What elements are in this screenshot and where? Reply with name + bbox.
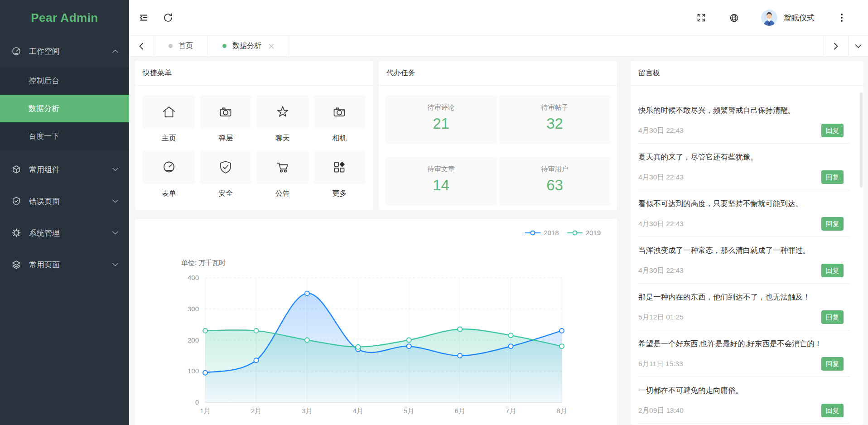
stat-label: 待审用户 bbox=[499, 165, 611, 174]
svg-text:5月: 5月 bbox=[404, 407, 414, 415]
home-icon bbox=[161, 104, 177, 120]
stat-label: 待审文章 bbox=[385, 165, 497, 174]
message-item: 一切都在不可避免的走向庸俗。 2月09日 13:40 回复 bbox=[638, 377, 850, 424]
tabs-dropdown[interactable] bbox=[848, 36, 868, 56]
tab-data-analysis[interactable]: 数据分析 bbox=[208, 36, 289, 56]
sidebar-item-components[interactable]: 常用组件 bbox=[0, 154, 129, 185]
shield-check-icon bbox=[218, 159, 233, 175]
tabbar: 首页 数据分析 bbox=[129, 35, 868, 57]
sidebar-item-control-backend[interactable]: 控制后台 bbox=[0, 67, 129, 95]
quick-item-form[interactable]: 表单 bbox=[143, 150, 195, 198]
quick-item-security[interactable]: 安全 bbox=[200, 150, 252, 198]
message-date: 4月30日 22:43 bbox=[638, 219, 684, 229]
message-text: 希望是一个好东西,也许是最好的,好东西是不会消亡的！ bbox=[638, 338, 844, 348]
sidebar-item-baidu[interactable]: 百度一下 bbox=[0, 122, 129, 150]
sidebar-item-error-pages[interactable]: 错误页面 bbox=[0, 185, 129, 217]
message-item: 快乐的时候不敢尽兴，频繁警戒自己保持清醒。 4月30日 22:43 回复 bbox=[638, 97, 850, 144]
todo-grid: 待审评论 21 待审帖子 32 待审文章 14 待审用户 bbox=[379, 86, 617, 206]
reply-button[interactable]: 回复 bbox=[821, 170, 844, 184]
quick-item-notice[interactable]: 公告 bbox=[256, 150, 309, 198]
sidebar-submenu-workspace: 控制后台 数据分析 百度一下 bbox=[0, 67, 129, 150]
quick-item-label: 更多 bbox=[313, 189, 366, 198]
refresh-icon[interactable] bbox=[163, 12, 174, 23]
svg-text:7月: 7月 bbox=[506, 407, 516, 415]
globe-icon[interactable] bbox=[728, 12, 739, 23]
gauge-icon bbox=[12, 47, 22, 56]
sidebar-item-label: 常用组件 bbox=[29, 164, 60, 175]
tab-close-icon[interactable] bbox=[269, 43, 274, 49]
sidebar-item-system[interactable]: 系统管理 bbox=[0, 217, 129, 249]
message-meta: 4月30日 22:43 回复 bbox=[638, 170, 844, 184]
reply-button[interactable]: 回复 bbox=[821, 124, 844, 137]
content-left-column: 快捷菜单 主页 bbox=[135, 61, 617, 425]
quick-item-layer[interactable]: 弹层 bbox=[200, 95, 252, 143]
tabbar-spacer bbox=[289, 36, 823, 56]
reply-button[interactable]: 回复 bbox=[821, 217, 844, 231]
stat-pending-articles: 待审文章 14 bbox=[385, 157, 497, 206]
quick-item-label: 安全 bbox=[200, 189, 252, 198]
stat-label: 待审帖子 bbox=[499, 103, 611, 112]
sidebar-item-data-analysis[interactable]: 数据分析 bbox=[0, 95, 129, 122]
message-item: 夏天真的来了，尽管它还有些犹豫。 4月30日 22:43 回复 bbox=[638, 144, 850, 190]
message-board-card: 留言板 快乐的时候不敢尽兴，频繁警戒自己保持清醒。 4月30日 22:43 回复 bbox=[631, 61, 863, 425]
tab-home[interactable]: 首页 bbox=[154, 36, 208, 56]
grid-more-icon bbox=[332, 159, 347, 175]
chevron-down-icon bbox=[112, 231, 118, 235]
sidebar-item-workspace[interactable]: 工作空间 bbox=[0, 35, 129, 67]
quick-item-more[interactable]: 更多 bbox=[313, 150, 366, 198]
tabs-scroll-right[interactable] bbox=[823, 36, 848, 56]
fullscreen-icon[interactable] bbox=[696, 12, 707, 23]
tab-label: 数据分析 bbox=[232, 41, 261, 51]
svg-text:200: 200 bbox=[188, 336, 199, 344]
scrollbar[interactable] bbox=[860, 92, 863, 188]
sidebar-item-common-pages[interactable]: 常用页面 bbox=[0, 249, 129, 280]
username: 就眠仪式 bbox=[784, 13, 815, 23]
chevron-down-icon bbox=[112, 199, 118, 203]
topbar-right: 就眠仪式 bbox=[696, 10, 847, 26]
reply-button[interactable]: 回复 bbox=[821, 357, 844, 371]
message-meta: 4月30日 22:43 回复 bbox=[638, 264, 844, 277]
reply-button[interactable]: 回复 bbox=[821, 310, 844, 324]
svg-text:0: 0 bbox=[195, 398, 199, 406]
sidebar-subitem-label: 控制后台 bbox=[29, 77, 59, 85]
message-item: 希望是一个好东西,也许是最好的,好东西是不会消亡的！ 6月11日 15:33 回… bbox=[638, 330, 850, 377]
camera-icon bbox=[218, 104, 233, 120]
chevron-down-icon bbox=[112, 263, 118, 266]
quick-item-camera[interactable]: 相机 bbox=[313, 95, 366, 143]
message-meta: 2月09日 13:40 回复 bbox=[638, 404, 844, 417]
message-item: 那是一种内在的东西，他们到达不了，也无法触及！ 5月12日 01:25 回复 bbox=[638, 284, 850, 330]
user-menu[interactable]: 就眠仪式 bbox=[761, 10, 815, 26]
message-text: 夏天真的来了，尽管它还有些犹豫。 bbox=[638, 152, 844, 162]
tab-status-dot bbox=[222, 44, 227, 48]
svg-text:2月: 2月 bbox=[251, 407, 261, 415]
quick-item-chat[interactable]: 聊天 bbox=[256, 95, 309, 143]
message-meta: 5月12日 01:25 回复 bbox=[638, 310, 844, 324]
chevron-down-icon bbox=[112, 168, 118, 171]
message-meta: 4月30日 22:43 回复 bbox=[638, 124, 844, 137]
message-list: 快乐的时候不敢尽兴，频繁警戒自己保持清醒。 4月30日 22:43 回复 夏天真… bbox=[631, 86, 863, 424]
tab-status-dot bbox=[169, 44, 173, 48]
stat-value: 21 bbox=[385, 115, 497, 132]
reply-button[interactable]: 回复 bbox=[821, 404, 844, 417]
menu-fold-icon[interactable] bbox=[138, 12, 149, 23]
message-item: 看似不可达到的高度，只要坚持不懈就可能到达。 4月30日 22:43 回复 bbox=[638, 190, 850, 237]
legend-item-2018[interactable]: 2018 bbox=[525, 229, 559, 237]
svg-text:8月: 8月 bbox=[556, 407, 567, 415]
legend-item-2019[interactable]: 2019 bbox=[567, 229, 601, 237]
card-title: 留言板 bbox=[631, 61, 863, 86]
cube-icon bbox=[12, 165, 22, 174]
stat-pending-users: 待审用户 63 bbox=[499, 157, 611, 206]
gauge-icon bbox=[161, 159, 177, 175]
chart-legend: 2018 2019 bbox=[525, 229, 601, 237]
quick-item-home[interactable]: 主页 bbox=[143, 95, 195, 143]
tabs-scroll-left[interactable] bbox=[129, 36, 154, 56]
reply-button[interactable]: 回复 bbox=[821, 264, 844, 277]
stat-value: 32 bbox=[499, 115, 611, 132]
star-icon bbox=[275, 104, 290, 120]
more-menu-icon[interactable] bbox=[836, 12, 847, 23]
gear-icon bbox=[12, 228, 22, 237]
message-text: 当浑浊变成了一种常态，那么清白就成了一种罪过。 bbox=[638, 245, 844, 255]
message-date: 4月30日 22:43 bbox=[638, 266, 684, 275]
sidebar-subitem-label: 数据分析 bbox=[29, 104, 59, 113]
message-meta: 4月30日 22:43 回复 bbox=[638, 217, 844, 231]
